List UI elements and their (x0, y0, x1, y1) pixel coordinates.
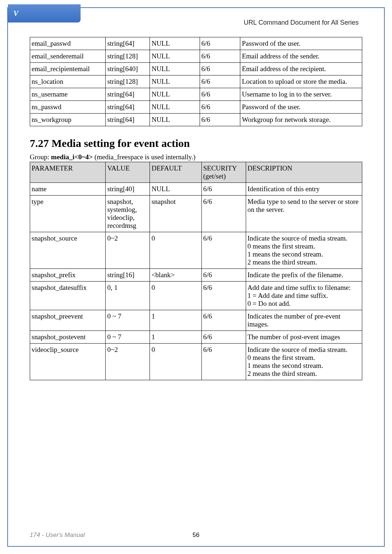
footer-page-number: 56 (193, 532, 200, 539)
parameter-table-2: PARAMETER VALUE DEFAULT SECURITY (get/se… (30, 162, 362, 380)
cell-description: The number of post-event images (246, 331, 362, 344)
cell-value: 0~2 (106, 232, 150, 269)
table-row: typesnapshot,systemlog,videoclip,recordm… (30, 196, 362, 232)
cell-description: Password of the user. (240, 101, 362, 114)
col-header-security: SECURITY (get/set) (201, 162, 246, 183)
cell-parameter: email_senderemail (30, 50, 106, 63)
cell-value: 0 ~ 7 (106, 310, 150, 331)
cell-security: 6/6 (201, 269, 246, 282)
col-header-parameter: PARAMETER (30, 162, 106, 183)
cell-default: 0 (150, 282, 201, 310)
cell-default: 1 (150, 310, 201, 331)
cell-parameter: email_recipientemail (30, 63, 106, 75)
cell-default: 1 (150, 331, 201, 344)
cell-description: Location to upload or store the media. (240, 75, 362, 88)
table-row: ns_usernamestring[64]NULL6/6Username to … (30, 88, 362, 101)
parameter-table-1: email_passwdstring[64]NULL6/6Password of… (30, 37, 362, 126)
cell-default: NULL (150, 101, 200, 114)
page-header: URL Command Document for All Series (244, 19, 359, 26)
page-footer: 174 - User's Manual 56 (30, 532, 362, 539)
cell-description: Workgroup for network storage. (240, 114, 362, 126)
cell-security: 6/6 (201, 282, 246, 310)
table-row: snapshot_prefixstring[16]<blank>6/6Indic… (30, 269, 362, 282)
table-row: ns_passwdstring[64]NULL6/6Password of th… (30, 101, 362, 114)
cell-default: snapshot (150, 196, 201, 232)
cell-value: string[128] (106, 50, 150, 63)
brand-logo: V (8, 4, 81, 22)
cell-parameter: snapshot_postevent (30, 331, 106, 344)
cell-default: 0 (150, 344, 201, 380)
cell-default: NULL (150, 183, 201, 196)
cell-default: NULL (150, 88, 200, 101)
table-row: ns_locationstring[128]NULL6/6Location to… (30, 75, 362, 88)
cell-parameter: snapshot_datesuffix (30, 282, 106, 310)
cell-security: 6/6 (200, 63, 240, 75)
cell-value: snapshot,systemlog,videoclip,recordmsg (106, 196, 150, 232)
cell-security: 6/6 (201, 331, 246, 344)
cell-security: 6/6 (200, 50, 240, 63)
cell-value: 0~2 (106, 344, 150, 380)
cell-value: string[64] (106, 101, 150, 114)
cell-security: 6/6 (200, 101, 240, 114)
table-row: email_passwdstring[64]NULL6/6Password of… (30, 37, 362, 50)
table-row: videoclip_source0~206/6Indicate the sour… (30, 344, 362, 380)
cell-default: NULL (150, 114, 200, 126)
table-row: snapshot_preevent0 ~ 716/6Indicates the … (30, 310, 362, 331)
cell-description: Email address of the sender. (240, 50, 362, 63)
cell-description: Indicate the source of media stream.0 me… (246, 232, 362, 269)
table-row: snapshot_source0~206/6Indicate the sourc… (30, 232, 362, 269)
table-row: snapshot_datesuffix0, 106/6Add date and … (30, 282, 362, 310)
cell-parameter: email_passwd (30, 37, 106, 50)
cell-default: 0 (150, 232, 201, 269)
cell-value: string[128] (106, 75, 150, 88)
cell-description: Username to log in to the server. (240, 88, 362, 101)
cell-value: string[64] (106, 114, 150, 126)
cell-description: Indicates the number of pre-event images… (246, 310, 362, 331)
cell-security: 6/6 (200, 75, 240, 88)
cell-security: 6/6 (200, 88, 240, 101)
cell-parameter: videoclip_source (30, 344, 106, 380)
cell-value: 0 ~ 7 (106, 331, 150, 344)
cell-default: NULL (150, 63, 200, 75)
cell-value: string[64] (106, 37, 150, 50)
cell-parameter: type (30, 196, 106, 232)
cell-security: 6/6 (201, 344, 246, 380)
cell-description: Indicate the source of media stream.0 me… (246, 344, 362, 380)
cell-description: Identification of this entry (246, 183, 362, 196)
table-row: email_senderemailstring[128]NULL6/6Email… (30, 50, 362, 63)
cell-security: 6/6 (200, 37, 240, 50)
cell-security: 6/6 (201, 310, 246, 331)
section-title: 7.27 Media setting for event action (30, 137, 362, 149)
col-header-default: DEFAULT (150, 162, 201, 183)
cell-security: 6/6 (201, 183, 246, 196)
cell-default: <blank> (150, 269, 201, 282)
cell-security: 6/6 (201, 232, 246, 269)
cell-description: Media type to send to the server or stor… (246, 196, 362, 232)
cell-description: Add date and time suffix to filename:1 =… (246, 282, 362, 310)
group-prefix: Group: (30, 153, 51, 161)
cell-default: NULL (150, 37, 200, 50)
table-row: namestring[40]NULL6/6Identification of t… (30, 183, 362, 196)
cell-parameter: ns_location (30, 75, 106, 88)
footer-left: 174 - User's Manual (30, 532, 85, 539)
group-suffix: (media_freespace is used internally.) (93, 153, 196, 161)
cell-parameter: ns_passwd (30, 101, 106, 114)
cell-description: Email address of the recipient. (240, 63, 362, 75)
cell-default: NULL (150, 75, 200, 88)
cell-parameter: snapshot_source (30, 232, 106, 269)
cell-value: string[64] (106, 88, 150, 101)
cell-value: string[640] (106, 63, 150, 75)
cell-default: NULL (150, 50, 200, 63)
logo-letter: V (13, 9, 18, 18)
group-description: Group: media_i<0~4> (media_freespace is … (30, 153, 362, 161)
group-name: media_i<0~4> (51, 153, 93, 161)
table-row: ns_workgroupstring[64]NULL6/6Workgroup f… (30, 114, 362, 126)
cell-parameter: snapshot_preevent (30, 310, 106, 331)
cell-security: 6/6 (200, 114, 240, 126)
cell-value: 0, 1 (106, 282, 150, 310)
col-header-value: VALUE (106, 162, 150, 183)
cell-parameter: ns_username (30, 88, 106, 101)
cell-value: string[40] (106, 183, 150, 196)
table-row: snapshot_postevent0 ~ 716/6The number of… (30, 331, 362, 344)
cell-description: Indicate the prefix of the filename. (246, 269, 362, 282)
